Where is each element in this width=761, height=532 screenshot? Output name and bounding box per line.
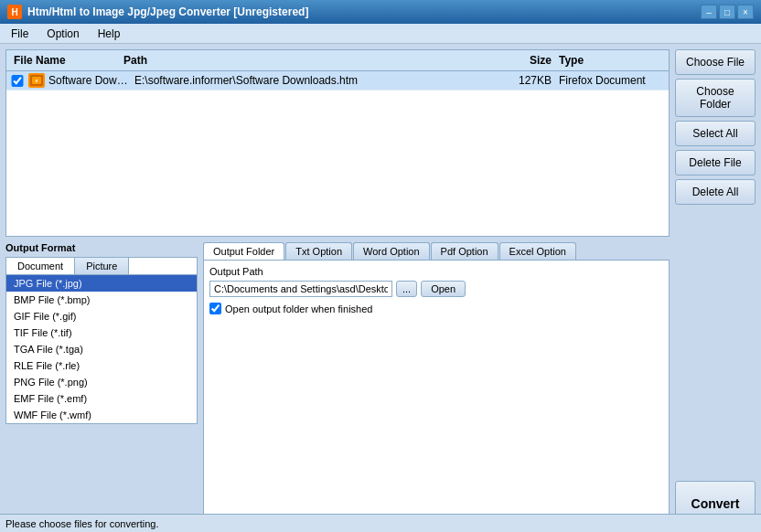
format-item-tif[interactable]: TIF File (*.tif) [6,325,197,341]
row-checkbox[interactable] [10,75,25,87]
menu-option[interactable]: Option [39,26,86,42]
table-row[interactable]: e Software Downlo... E:\software.informe… [6,71,669,90]
file-size-cell: 127KB [500,74,555,87]
format-item-tga[interactable]: TGA File (*.tga) [6,341,197,357]
output-format-panel: Output Format Document Picture JPG File … [5,242,198,527]
bottom-section: Output Format Document Picture JPG File … [5,242,756,527]
col-header-path: Path [120,52,500,69]
format-list-container: Document Picture JPG File (*.jpg) BMP Fi… [5,257,198,424]
file-list-header: File Name Path Size Type [6,50,669,71]
minimize-button[interactable]: – [701,5,717,19]
open-folder-check-row: Open output folder when finished [209,303,663,314]
main-content: File Name Path Size Type e Software Down [0,44,761,532]
choose-file-button[interactable]: Choose File [675,49,756,75]
format-list: JPG File (*.jpg) BMP File (*.bmp) GIF Fi… [6,275,197,423]
format-item-png[interactable]: PNG File (*.png) [6,374,197,390]
file-list-body: e Software Downlo... E:\software.informe… [6,71,669,236]
open-folder-check-label: Open output folder when finished [225,303,372,314]
status-text: Please choose files for converting. [5,518,573,529]
maximize-button[interactable]: □ [719,5,735,19]
title-bar-controls: – □ × [701,5,754,19]
format-item-rle[interactable]: RLE File (*.rle) [6,357,197,374]
output-path-label: Output Path [209,266,663,277]
col-header-filename: File Name [10,52,120,69]
title-bar: H Htm/Html to Image Jpg/Jpeg Converter [… [0,0,761,24]
browse-button[interactable]: ... [396,281,417,297]
file-type-cell: Firefox Document [555,74,665,87]
format-item-emf[interactable]: EMF File (*.emf) [6,390,197,407]
format-item-bmp[interactable]: BMP File (*.bmp) [6,292,197,308]
menu-bar: File Option Help [0,24,761,44]
right-buttons-panel: Choose File Choose Folder Select All Del… [675,49,756,237]
tab-word-option[interactable]: Word Option [353,242,430,260]
file-type-icon: e [28,73,45,88]
right-output-panel: Output Folder Txt Option Word Option Pdf… [203,242,670,527]
svg-text:e: e [36,78,38,83]
format-tabs: Document Picture [6,258,197,275]
menu-file[interactable]: File [4,26,36,42]
file-path-cell: E:\software.informer\Software Downloads.… [131,74,500,87]
file-name-cell: Software Downlo... [48,74,131,87]
open-folder-checkbox[interactable] [209,303,221,314]
delete-all-button[interactable]: Delete All [675,179,756,205]
status-bar: Please choose files for converting. [0,514,761,532]
app-icon: H [7,5,22,19]
close-button[interactable]: × [737,5,754,19]
format-tab-picture[interactable]: Picture [75,258,129,274]
delete-file-button[interactable]: Delete File [675,150,756,176]
output-panel-body: Output Path ... Open Open output folder … [203,260,670,527]
format-item-gif[interactable]: GIF File (*.gif) [6,308,197,325]
col-header-type: Type [555,52,665,69]
format-item-wmf[interactable]: WMF File (*.wmf) [6,407,197,423]
open-button[interactable]: Open [421,281,466,297]
output-tabs: Output Folder Txt Option Word Option Pdf… [203,242,670,260]
tab-output-folder[interactable]: Output Folder [203,242,284,260]
tab-txt-option[interactable]: Txt Option [285,242,352,260]
output-path-row: ... Open [209,281,663,297]
format-tab-document[interactable]: Document [6,258,75,274]
menu-help[interactable]: Help [91,26,128,42]
tab-excel-option[interactable]: Excel Option [499,242,576,260]
format-item-jpg[interactable]: JPG File (*.jpg) [6,275,197,292]
output-path-input[interactable] [209,281,392,297]
output-format-label: Output Format [5,242,198,253]
bottom-right-panel: Convert [675,242,756,527]
title-bar-left: H Htm/Html to Image Jpg/Jpeg Converter [… [7,5,308,19]
select-all-button[interactable]: Select All [675,121,756,146]
choose-folder-button[interactable]: Choose Folder [675,79,756,117]
file-list-container: File Name Path Size Type e Software Down [5,49,670,237]
col-header-size: Size [500,52,555,69]
title-bar-title: Htm/Html to Image Jpg/Jpeg Converter [Un… [27,5,308,18]
top-section: File Name Path Size Type e Software Down [5,49,756,237]
tab-pdf-option[interactable]: Pdf Option [431,242,498,260]
